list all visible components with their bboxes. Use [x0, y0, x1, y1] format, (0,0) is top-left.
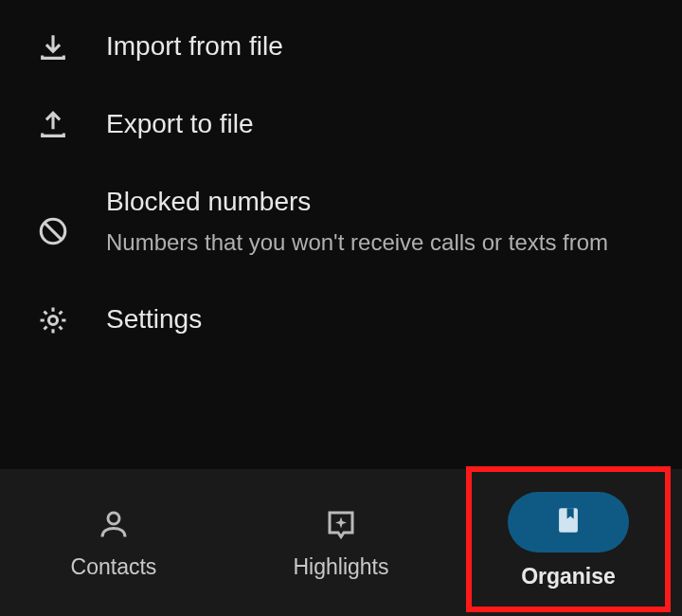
import-from-file[interactable]: Import from file [0, 8, 682, 85]
blocked-label: Blocked numbers [106, 184, 654, 220]
nav-contacts-label: Contacts [71, 554, 157, 580]
bookmark-icon [552, 504, 584, 540]
svg-point-2 [108, 513, 119, 524]
nav-organise-pill [508, 492, 629, 553]
sparkle-box-icon [322, 505, 360, 543]
menu-list: Import from file Export to file Blocked … [0, 0, 682, 358]
nav-highlights[interactable]: Highlights [227, 469, 455, 616]
person-icon [95, 505, 133, 543]
bottom-nav: Contacts Highlights Organise [0, 469, 682, 616]
export-to-file[interactable]: Export to file [0, 85, 682, 163]
export-label: Export to file [106, 106, 654, 142]
upload-icon [36, 108, 70, 142]
settings-label: Settings [106, 301, 654, 337]
block-icon [36, 214, 70, 248]
nav-organise-label: Organise [521, 564, 616, 589]
settings[interactable]: Settings [0, 281, 682, 358]
nav-highlights-label: Highlights [294, 554, 389, 580]
svg-point-1 [48, 316, 57, 324]
nav-organise[interactable]: Organise [455, 469, 682, 616]
import-label: Import from file [106, 28, 654, 64]
download-icon [36, 30, 70, 64]
gear-icon [36, 303, 70, 337]
nav-contacts[interactable]: Contacts [0, 469, 227, 616]
blocked-numbers[interactable]: Blocked numbers Numbers that you won't r… [0, 163, 682, 281]
blocked-subtitle: Numbers that you won't receive calls or … [106, 226, 618, 260]
